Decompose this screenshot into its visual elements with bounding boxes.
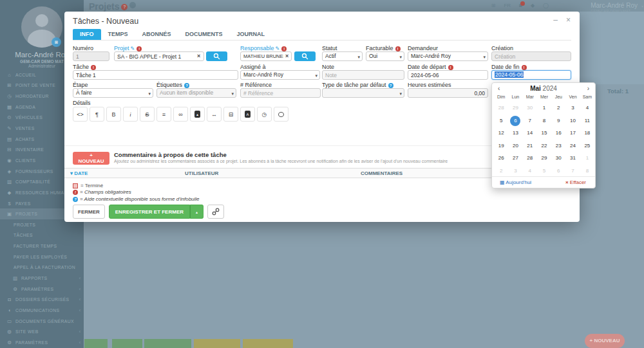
sidebar-item-payer-les-employes[interactable]: PAYER LES EMPLOYÉS: [0, 252, 84, 262]
calendar-day-13[interactable]: 13: [508, 127, 522, 140]
calendar-day-3[interactable]: 3: [565, 102, 580, 114]
heures-field[interactable]: [408, 88, 488, 98]
calendar-day-29[interactable]: 29: [537, 152, 551, 165]
tab-abonnes[interactable]: ABONNÉS: [135, 29, 178, 40]
clock-icon[interactable]: ◷: [257, 107, 272, 122]
calendar-day-5[interactable]: 5: [494, 114, 508, 127]
calendar-day-27[interactable]: 27: [508, 152, 522, 165]
assigne-select[interactable]: Marc-André Roy▾: [240, 70, 320, 80]
close-button[interactable]: FERMER: [73, 205, 105, 219]
column-header-utilisateur[interactable]: UTILISATEUR: [179, 169, 355, 178]
strikethrough-icon[interactable]: S: [140, 107, 155, 122]
calendar-day-28[interactable]: 28: [523, 152, 537, 165]
save-options-caret[interactable]: ▴: [190, 205, 204, 219]
calendar-day-11[interactable]: 11: [580, 114, 594, 127]
save-and-close-button[interactable]: ENREGISTRER ET FERMER: [109, 205, 190, 219]
sidebar-item-facturer-temps[interactable]: FACTURER TEMPS: [0, 241, 84, 252]
calendar-day-7[interactable]: 7: [565, 165, 580, 178]
calendar-day-28[interactable]: 28: [494, 102, 508, 114]
clear-responsable-icon[interactable]: ×: [285, 53, 289, 59]
comment-icon[interactable]: [274, 107, 289, 122]
edit-icon[interactable]: ✎: [276, 46, 280, 51]
code-icon[interactable]: <>: [73, 107, 88, 122]
tab-info[interactable]: INFO: [73, 29, 101, 40]
calendar-day-8[interactable]: 8: [580, 165, 594, 178]
responsable-field[interactable]: [240, 51, 292, 61]
calendar-day-6-selected[interactable]: 6: [508, 114, 522, 127]
type-tache-select[interactable]: ▾: [322, 88, 404, 98]
close-icon[interactable]: ×: [566, 15, 571, 24]
new-project-button[interactable]: + NOUVEAU: [585, 334, 625, 348]
calendar-day-9[interactable]: 9: [551, 114, 565, 127]
paragraph-icon[interactable]: ¶: [90, 107, 104, 122]
tab-temps[interactable]: TEMPS: [101, 29, 135, 40]
calendar-day-2[interactable]: 2: [551, 102, 565, 114]
image-icon[interactable]: ▴: [190, 107, 205, 122]
minimize-icon[interactable]: –: [553, 15, 558, 24]
facturable-select[interactable]: Oui▾: [366, 51, 404, 61]
sidebar-item-communications[interactable]: ◖COMMUNICATIONS‹: [0, 305, 84, 316]
projet-search-button[interactable]: [206, 51, 227, 61]
sidebar-item-parametres[interactable]: ⚙PARAMÈTRES‹: [0, 337, 84, 348]
gear-icon[interactable]: [129, 2, 136, 8]
italic-icon[interactable]: i: [123, 107, 138, 122]
calendar-day-12[interactable]: 12: [494, 127, 508, 140]
help-icon[interactable]: ?: [121, 4, 128, 10]
bold-icon[interactable]: B: [106, 107, 121, 122]
projet-field[interactable]: [114, 51, 204, 61]
calendar-day-25[interactable]: 25: [580, 140, 594, 152]
calendar-day-31[interactable]: 31: [565, 152, 580, 165]
sidebar-item-documents-generaux[interactable]: ▭DOCUMENTS GÉNÉRAUX: [0, 316, 84, 327]
sidebar-item-rapports[interactable]: ▥RAPPORTS‹: [0, 273, 84, 284]
responsable-search-button[interactable]: [294, 51, 316, 61]
header-user-menu[interactable]: Marc-André Roy GEM-CAR DEMO MAT ▾: [591, 2, 638, 13]
column-header-date[interactable]: ▾ DATE: [64, 169, 179, 178]
reference-field[interactable]: [240, 88, 321, 98]
calendar-day-2[interactable]: 2: [494, 165, 508, 178]
calendar-day-26[interactable]: 26: [494, 152, 508, 165]
etape-select[interactable]: À faire▾: [73, 88, 153, 98]
today-button[interactable]: ▦ Aujourd'hui: [500, 179, 531, 185]
user-icon[interactable]: ◆: [531, 3, 535, 8]
calendar-day-16[interactable]: 16: [551, 127, 565, 140]
statut-select[interactable]: Actif▾: [322, 51, 363, 61]
bell-icon[interactable]: ◙: [519, 3, 522, 8]
sidebar-item-dossiers-securises[interactable]: ◘DOSSIERS SÉCURISÉS‹: [0, 294, 84, 305]
etiquettes-select[interactable]: Aucun item disponible▾: [156, 88, 236, 98]
calendar-day-15[interactable]: 15: [537, 127, 551, 140]
picture-icon[interactable]: A: [240, 107, 255, 122]
demandeur-select[interactable]: Marc-André Roy▾: [408, 51, 488, 61]
tache-field[interactable]: [73, 70, 238, 80]
clear-projet-icon[interactable]: ×: [197, 53, 200, 59]
calendar-day-5[interactable]: 5: [537, 165, 551, 178]
link-icon[interactable]: ∞: [173, 107, 188, 122]
calendar-day-4[interactable]: 4: [523, 165, 537, 178]
tab-journal[interactable]: JOURNAL: [230, 29, 272, 40]
calendar-day-1[interactable]: 1: [537, 102, 551, 114]
edit-icon[interactable]: ✎: [131, 46, 135, 51]
sidebar-item-taches[interactable]: TÂCHES: [0, 230, 84, 241]
link-button[interactable]: [207, 205, 224, 219]
calendar-day-19[interactable]: 19: [494, 140, 508, 152]
calendar-day-8[interactable]: 8: [537, 114, 551, 127]
calendar-day-22[interactable]: 22: [537, 140, 551, 152]
calendar-day-24[interactable]: 24: [565, 140, 580, 152]
calendar-day-10[interactable]: 10: [565, 114, 580, 127]
calendar-day-3[interactable]: 3: [508, 165, 522, 178]
new-comment-button[interactable]: + NOUVEAU: [73, 152, 109, 165]
calendar-day-14[interactable]: 14: [523, 127, 537, 140]
clear-button[interactable]: × Effacer: [565, 179, 586, 185]
sidebar-item-appel-a-la-facturation[interactable]: APPEL À LA FACTURATION: [0, 262, 84, 273]
calendar-day-18[interactable]: 18: [580, 127, 594, 140]
print-icon[interactable]: ⊟: [223, 107, 238, 122]
power-icon[interactable]: ◯: [543, 3, 549, 8]
list-icon[interactable]: ≡: [156, 107, 171, 122]
calendar-day-21[interactable]: 21: [523, 140, 537, 152]
calendar-day-23[interactable]: 23: [551, 140, 565, 152]
calendar-day-6[interactable]: 6: [551, 165, 565, 178]
calendar-month-header[interactable]: Mai 2024: [492, 85, 595, 92]
car-icon[interactable]: ⊞: [491, 3, 496, 8]
help-icon[interactable]: ?: [388, 83, 393, 88]
calendar-day-7[interactable]: 7: [523, 114, 537, 127]
help-icon[interactable]: ?: [184, 83, 189, 88]
